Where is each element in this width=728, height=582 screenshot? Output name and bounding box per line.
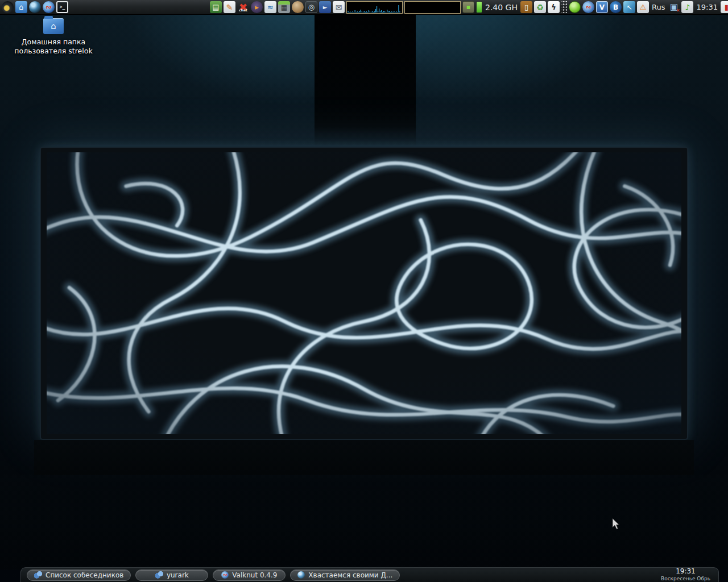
applet-handle-icon[interactable] <box>561 1 567 13</box>
task-button-label: Valknut 0.4.9 <box>232 571 277 579</box>
icon-glyph: ∾ <box>586 4 591 10</box>
icon-glyph: ✎ <box>226 3 233 11</box>
icon-glyph: ↖ <box>626 4 632 11</box>
xchat-icon[interactable]: ✖chat <box>237 1 249 13</box>
task-button-chat[interactable]: Хвастаемся своими Д... <box>290 569 400 581</box>
valknut-globe-icon: ∾ <box>221 571 229 579</box>
home-folder-icon: ⌂ <box>43 18 64 34</box>
icon-glyph: ► <box>323 5 328 10</box>
home-glyph: ⌂ <box>51 21 56 31</box>
network-monitor-graph[interactable] <box>346 1 403 14</box>
dictionary-book-icon[interactable]: ▤ <box>210 1 222 13</box>
video-player-icon[interactable]: ► <box>319 1 331 13</box>
clock-time: 19:31 <box>661 568 710 576</box>
icon-glyph: ▮ <box>725 3 728 11</box>
konsole-icon[interactable]: >_ <box>56 1 68 13</box>
psi-balloons-icon <box>34 571 42 579</box>
icon-glyph: ▦ <box>281 4 287 11</box>
valknut-tray-icon[interactable]: ∾ <box>582 1 594 13</box>
task-button-valknut[interactable]: ∾ Valknut 0.4.9 <box>213 569 286 581</box>
xchat-label: chat <box>237 9 249 12</box>
panel-clock[interactable]: 19:31 <box>695 3 718 11</box>
display-warning-icon[interactable]: ⚠ <box>637 1 649 13</box>
kmenu-icon[interactable] <box>2 1 14 13</box>
cpu-chip-icon[interactable]: ▪ <box>462 1 474 13</box>
icon-glyph: ▯ <box>524 3 528 11</box>
text-editor-icon[interactable]: ✎ <box>224 1 235 13</box>
icon-glyph: ◎ <box>308 3 315 11</box>
mail-icon[interactable]: ✉ <box>333 1 345 13</box>
clock-date: Воскресенье Обрь <box>661 576 710 581</box>
icon-glyph: V <box>599 4 605 11</box>
pidgin-icon[interactable]: ▸ <box>251 1 263 13</box>
openoffice-icon[interactable]: ≈ <box>264 1 276 13</box>
status-online-icon[interactable] <box>569 1 581 13</box>
logout-icon[interactable]: ▮ <box>721 1 728 13</box>
desktop-icon-label: Домашняя папка пользователя strelok <box>8 38 99 56</box>
disconnected-cross: ✕ <box>676 9 680 13</box>
icon-glyph: ♻ <box>536 3 544 11</box>
keyboard-layout-indicator[interactable]: Rus <box>651 3 666 11</box>
wallpaper-laptop-frame <box>40 147 688 440</box>
icon-glyph: ∾ <box>46 3 52 11</box>
battery-gauge[interactable] <box>476 1 482 13</box>
icon-glyph: ϟ <box>551 3 556 11</box>
task-button-label: Хвастаемся своими Д... <box>308 571 392 579</box>
globe-browser-icon[interactable]: ∾ <box>43 1 55 13</box>
media-note-icon[interactable]: ♪ <box>681 1 693 13</box>
wallpaper-laptop-screen <box>47 152 681 434</box>
icon-glyph: ♪ <box>685 3 690 11</box>
cpu-frequency-text: 2.40 GH <box>484 3 519 12</box>
icon-glyph: ▸ <box>255 3 259 11</box>
task-button-yurark[interactable]: yurark <box>135 569 208 581</box>
desktop-icon-home[interactable]: ⌂ Домашняя папка пользователя strelok <box>8 18 99 56</box>
klipper-icon[interactable]: ▯ <box>520 1 532 13</box>
task-button-contact-list[interactable]: Список собеседников <box>27 569 131 581</box>
network-graph-bars <box>347 2 402 13</box>
psi-balloons-icon <box>155 571 163 579</box>
icon-glyph: ▤ <box>212 3 219 11</box>
desktop-root: ⌂ Домашняя папка пользователя strelok <box>0 0 728 582</box>
trash-icon[interactable]: ♻ <box>534 1 546 13</box>
top-panel: ⌂ ∾ >_ ▤ ✎ ✖chat ▸ ≈ ▦ ◎ ► ✉ ▪ 2.40 GH ▯… <box>0 0 728 15</box>
gimp-icon[interactable] <box>292 1 304 13</box>
system-monitor-empty[interactable] <box>404 1 461 14</box>
task-button-label: Список собеседников <box>46 571 123 579</box>
icon-glyph: ✉ <box>336 3 342 11</box>
wallpaper-laptop-bezel <box>34 440 694 475</box>
swirl-artwork <box>47 152 681 434</box>
desktop-cube-icon[interactable]: ↖ <box>623 1 635 13</box>
icon-glyph: >_ <box>60 5 65 10</box>
monitors-network-icon[interactable]: ▣✕ <box>668 1 680 13</box>
chat-window-icon <box>297 571 305 579</box>
broken-file-icon[interactable]: ϟ <box>548 1 560 13</box>
speaker-icon[interactable]: ◎ <box>305 1 317 13</box>
bluetooth-icon[interactable]: B <box>610 1 622 13</box>
icon-glyph: B <box>613 4 618 11</box>
taskbar-panel: Список собеседников yurark ∾ Valknut 0.4… <box>20 567 719 582</box>
calculator-icon[interactable]: ▦ <box>278 1 290 13</box>
konqueror-icon[interactable] <box>29 1 41 13</box>
icon-glyph: ≈ <box>267 3 274 11</box>
home-folder-launcher-icon[interactable]: ⌂ <box>15 1 27 13</box>
icon-glyph: ⌂ <box>19 3 23 11</box>
mouse-cursor <box>612 518 621 530</box>
taskbar-clock[interactable]: 19:31 Воскресенье Обрь <box>661 568 713 581</box>
icon-glyph: ▪ <box>466 4 470 10</box>
icon-glyph: ⚠ <box>640 3 647 11</box>
dictionary-v-icon[interactable]: V <box>596 1 608 13</box>
task-button-label: yurark <box>167 571 189 579</box>
